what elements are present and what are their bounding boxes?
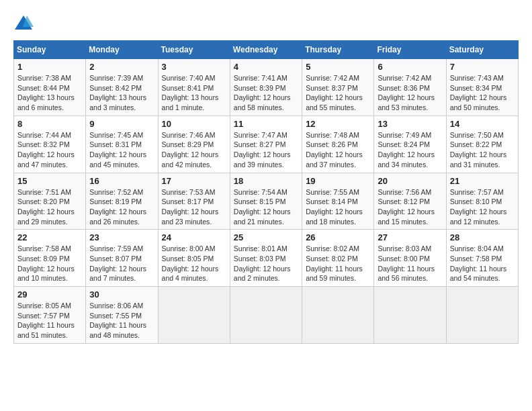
calendar-cell: 15Sunrise: 7:51 AMSunset: 8:20 PMDayligh… xyxy=(14,173,86,230)
day-info: Sunrise: 7:56 AMSunset: 8:12 PMDaylight:… xyxy=(378,187,442,227)
day-info: Sunrise: 8:01 AMSunset: 8:03 PMDaylight:… xyxy=(234,244,298,283)
calendar-header-monday: Monday xyxy=(86,41,158,59)
calendar-cell: 22Sunrise: 7:58 AMSunset: 8:09 PMDayligh… xyxy=(14,230,86,287)
calendar-cell: 20Sunrise: 7:56 AMSunset: 8:12 PMDayligh… xyxy=(374,173,446,230)
day-info: Sunrise: 7:42 AMSunset: 8:37 PMDaylight:… xyxy=(306,73,370,113)
day-info: Sunrise: 8:04 AMSunset: 7:58 PMDaylight:… xyxy=(450,244,515,283)
day-info: Sunrise: 7:50 AMSunset: 8:22 PMDaylight:… xyxy=(450,130,515,170)
day-number: 20 xyxy=(378,176,442,186)
calendar-cell: 1Sunrise: 7:38 AMSunset: 8:44 PMDaylight… xyxy=(14,59,86,116)
day-info: Sunrise: 7:59 AMSunset: 8:07 PMDaylight:… xyxy=(89,244,154,283)
calendar-week-row: 8Sunrise: 7:44 AMSunset: 8:32 PMDaylight… xyxy=(14,116,519,173)
calendar-header-row: SundayMondayTuesdayWednesdayThursdayFrid… xyxy=(14,41,519,59)
day-number: 14 xyxy=(450,119,515,129)
calendar-cell xyxy=(446,287,518,344)
day-number: 15 xyxy=(17,176,82,186)
calendar-cell: 27Sunrise: 8:03 AMSunset: 8:00 PMDayligh… xyxy=(374,230,446,287)
day-number: 22 xyxy=(17,232,82,242)
day-number: 3 xyxy=(162,62,226,72)
calendar-header-friday: Friday xyxy=(374,41,446,59)
calendar-week-row: 1Sunrise: 7:38 AMSunset: 8:44 PMDaylight… xyxy=(14,59,519,116)
day-number: 13 xyxy=(378,119,442,129)
day-info: Sunrise: 7:53 AMSunset: 8:17 PMDaylight:… xyxy=(162,187,226,227)
day-number: 7 xyxy=(450,62,515,72)
day-info: Sunrise: 7:41 AMSunset: 8:39 PMDaylight:… xyxy=(234,73,298,113)
calendar-cell: 11Sunrise: 7:47 AMSunset: 8:27 PMDayligh… xyxy=(230,116,302,173)
day-info: Sunrise: 8:05 AMSunset: 7:57 PMDaylight:… xyxy=(17,301,82,340)
day-number: 29 xyxy=(17,289,82,300)
calendar-cell: 29Sunrise: 8:05 AMSunset: 7:57 PMDayligh… xyxy=(14,287,86,344)
day-info: Sunrise: 7:54 AMSunset: 8:15 PMDaylight:… xyxy=(234,187,298,227)
calendar-cell: 9Sunrise: 7:45 AMSunset: 8:31 PMDaylight… xyxy=(86,116,158,173)
logo xyxy=(13,13,36,34)
calendar-cell: 10Sunrise: 7:46 AMSunset: 8:29 PMDayligh… xyxy=(158,116,230,173)
calendar-week-row: 29Sunrise: 8:05 AMSunset: 7:57 PMDayligh… xyxy=(14,287,519,344)
calendar-cell: 25Sunrise: 8:01 AMSunset: 8:03 PMDayligh… xyxy=(230,230,302,287)
day-info: Sunrise: 7:44 AMSunset: 8:32 PMDaylight:… xyxy=(17,130,82,170)
day-number: 19 xyxy=(306,176,370,186)
calendar-cell: 7Sunrise: 7:43 AMSunset: 8:34 PMDaylight… xyxy=(446,59,518,116)
calendar-cell: 18Sunrise: 7:54 AMSunset: 8:15 PMDayligh… xyxy=(230,173,302,230)
day-info: Sunrise: 7:45 AMSunset: 8:31 PMDaylight:… xyxy=(89,130,154,170)
calendar-cell: 23Sunrise: 7:59 AMSunset: 8:07 PMDayligh… xyxy=(86,230,158,287)
calendar-header-tuesday: Tuesday xyxy=(158,41,230,59)
day-number: 6 xyxy=(378,62,442,72)
calendar-header-thursday: Thursday xyxy=(302,41,374,59)
day-info: Sunrise: 7:40 AMSunset: 8:41 PMDaylight:… xyxy=(162,73,226,113)
day-number: 12 xyxy=(306,119,370,129)
calendar-cell: 19Sunrise: 7:55 AMSunset: 8:14 PMDayligh… xyxy=(302,173,374,230)
day-number: 25 xyxy=(234,232,298,242)
day-number: 5 xyxy=(306,62,370,72)
day-number: 30 xyxy=(89,289,154,300)
calendar-cell xyxy=(230,287,302,344)
day-number: 18 xyxy=(234,176,298,186)
day-number: 16 xyxy=(89,176,154,186)
logo-icon xyxy=(13,13,34,34)
calendar-cell xyxy=(158,287,230,344)
calendar-week-row: 15Sunrise: 7:51 AMSunset: 8:20 PMDayligh… xyxy=(14,173,519,230)
day-number: 8 xyxy=(17,119,82,129)
calendar-cell: 28Sunrise: 8:04 AMSunset: 7:58 PMDayligh… xyxy=(446,230,518,287)
calendar-cell: 26Sunrise: 8:02 AMSunset: 8:02 PMDayligh… xyxy=(302,230,374,287)
day-info: Sunrise: 7:38 AMSunset: 8:44 PMDaylight:… xyxy=(17,73,82,113)
day-number: 2 xyxy=(89,62,154,72)
day-number: 27 xyxy=(378,232,442,242)
day-number: 17 xyxy=(162,176,226,186)
calendar-cell: 14Sunrise: 7:50 AMSunset: 8:22 PMDayligh… xyxy=(446,116,518,173)
day-number: 28 xyxy=(450,232,515,242)
day-info: Sunrise: 7:49 AMSunset: 8:24 PMDaylight:… xyxy=(378,130,442,170)
day-info: Sunrise: 7:47 AMSunset: 8:27 PMDaylight:… xyxy=(234,130,298,170)
calendar-cell: 24Sunrise: 8:00 AMSunset: 8:05 PMDayligh… xyxy=(158,230,230,287)
day-info: Sunrise: 7:42 AMSunset: 8:36 PMDaylight:… xyxy=(378,73,442,113)
calendar-cell: 21Sunrise: 7:57 AMSunset: 8:10 PMDayligh… xyxy=(446,173,518,230)
calendar-cell: 12Sunrise: 7:48 AMSunset: 8:26 PMDayligh… xyxy=(302,116,374,173)
calendar-cell xyxy=(302,287,374,344)
day-number: 11 xyxy=(234,119,298,129)
day-number: 21 xyxy=(450,176,515,186)
day-number: 26 xyxy=(306,232,370,242)
day-number: 23 xyxy=(89,232,154,242)
day-info: Sunrise: 8:06 AMSunset: 7:55 PMDaylight:… xyxy=(89,301,154,340)
calendar-cell: 4Sunrise: 7:41 AMSunset: 8:39 PMDaylight… xyxy=(230,59,302,116)
calendar-cell: 17Sunrise: 7:53 AMSunset: 8:17 PMDayligh… xyxy=(158,173,230,230)
day-info: Sunrise: 8:00 AMSunset: 8:05 PMDaylight:… xyxy=(162,244,226,283)
day-info: Sunrise: 7:48 AMSunset: 8:26 PMDaylight:… xyxy=(306,130,370,170)
day-info: Sunrise: 7:43 AMSunset: 8:34 PMDaylight:… xyxy=(450,73,515,113)
calendar-cell: 13Sunrise: 7:49 AMSunset: 8:24 PMDayligh… xyxy=(374,116,446,173)
calendar-cell: 6Sunrise: 7:42 AMSunset: 8:36 PMDaylight… xyxy=(374,59,446,116)
calendar-week-row: 22Sunrise: 7:58 AMSunset: 8:09 PMDayligh… xyxy=(14,230,519,287)
calendar-cell: 16Sunrise: 7:52 AMSunset: 8:19 PMDayligh… xyxy=(86,173,158,230)
calendar-cell: 30Sunrise: 8:06 AMSunset: 7:55 PMDayligh… xyxy=(86,287,158,344)
calendar-cell xyxy=(374,287,446,344)
day-info: Sunrise: 7:55 AMSunset: 8:14 PMDaylight:… xyxy=(306,187,370,227)
day-number: 1 xyxy=(17,62,82,72)
calendar-header-sunday: Sunday xyxy=(14,41,86,59)
calendar-cell: 8Sunrise: 7:44 AMSunset: 8:32 PMDaylight… xyxy=(14,116,86,173)
calendar-header-wednesday: Wednesday xyxy=(230,41,302,59)
day-info: Sunrise: 7:52 AMSunset: 8:19 PMDaylight:… xyxy=(89,187,154,227)
day-info: Sunrise: 7:58 AMSunset: 8:09 PMDaylight:… xyxy=(17,244,82,283)
day-info: Sunrise: 7:46 AMSunset: 8:29 PMDaylight:… xyxy=(162,130,226,170)
calendar-cell: 2Sunrise: 7:39 AMSunset: 8:42 PMDaylight… xyxy=(86,59,158,116)
calendar-header-saturday: Saturday xyxy=(446,41,518,59)
day-number: 9 xyxy=(89,119,154,129)
